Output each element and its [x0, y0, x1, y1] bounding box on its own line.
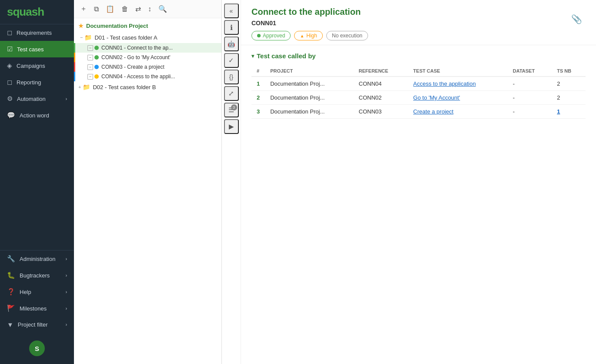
- table-row: 1 Documentation Proj... CONN04 Access to…: [251, 77, 586, 91]
- sidebar-item-reporting[interactable]: ◻ Reporting: [0, 74, 74, 90]
- list-icon-button[interactable]: ☰: [224, 103, 239, 117]
- table-header-row: # PROJECT REFERENCE TEST CASE DATASET TS…: [251, 66, 586, 77]
- tree-toolbar: ＋ ⧉ 📋 🗑 ⇄ ↕ 🔍: [74, 0, 221, 18]
- tree-project[interactable]: ★ Documentation Project: [74, 20, 221, 32]
- folder-d01-label: D01 - Test cases folder A: [94, 34, 157, 41]
- tree-item-conn02-label: CONN02 - Go to 'My Account': [101, 54, 218, 60]
- cell-ts-nb[interactable]: 1: [552, 105, 586, 119]
- page-title: Connect to the application: [251, 7, 571, 17]
- play-icon-button[interactable]: ▶: [224, 119, 239, 134]
- cell-num: 3: [251, 105, 265, 119]
- help-arrow: ›: [66, 290, 67, 294]
- sidebar-item-help[interactable]: ❓ Help ›: [0, 284, 74, 300]
- tree-item-conn01-label: CONN01 - Connect to the ap...: [101, 45, 218, 51]
- tree-folder-d02-add[interactable]: + 📁 D02 - Test cases folder B: [74, 81, 221, 93]
- folder-d02-label: D02 - Test cases folder B: [93, 84, 156, 90]
- tree-item-conn04[interactable]: − CONN04 - Access to the appli...: [74, 72, 221, 81]
- test-case-link: Create a project: [413, 108, 454, 115]
- table-row: 3 Documentation Proj... CONN03 Create a …: [251, 105, 586, 119]
- tree-item-conn01[interactable]: − CONN01 - Connect to the ap...: [74, 43, 221, 53]
- section-collapse-icon[interactable]: ▾: [251, 53, 254, 59]
- verify-icon-button[interactable]: ✓: [224, 53, 239, 68]
- main-content: Connect to the application CONN01 Approv…: [241, 0, 596, 364]
- badge-row: Approved ▲ High No execution: [251, 31, 571, 40]
- sidebar: squash ◻ Requirements ☑ Test cases ◈ Cam…: [0, 0, 74, 364]
- col-project: PROJECT: [265, 66, 353, 77]
- called-by-table: # PROJECT REFERENCE TEST CASE DATASET TS…: [251, 66, 586, 119]
- attach-icon[interactable]: 📎: [571, 14, 582, 24]
- administration-icon: 🔧: [7, 255, 15, 263]
- info-icon-button[interactable]: ℹ: [224, 20, 239, 35]
- sidebar-bottom: 🔧 Administration › 🐛 Bugtrackers › ❓ Hel…: [0, 250, 74, 364]
- priority-badge: ▲ High: [294, 31, 323, 40]
- side-icons-panel: « ℹ 🤖 ✓ {} ⤢ ☰ ▶: [222, 0, 241, 364]
- add-folder-icon: +: [78, 84, 81, 90]
- ts-nb-link: 1: [557, 108, 560, 115]
- execution-badge: No execution: [326, 31, 368, 40]
- sort-button[interactable]: ↕: [146, 4, 153, 14]
- search-button[interactable]: 🔍: [157, 4, 169, 14]
- automation-arrow: ›: [66, 97, 67, 101]
- sidebar-item-bugtrackers[interactable]: 🐛 Bugtrackers ›: [0, 267, 74, 284]
- robot-icon-button[interactable]: 🤖: [224, 37, 239, 51]
- share-icon-button[interactable]: ⤢: [224, 86, 239, 101]
- sidebar-item-requirements[interactable]: ◻ Requirements: [0, 24, 74, 41]
- cell-project: Documentation Proj...: [265, 105, 353, 119]
- cell-num: 1: [251, 77, 265, 91]
- priority-arrow-icon: ▲: [300, 33, 304, 38]
- status-dot-conn04: [94, 74, 99, 79]
- folder-collapse-toggle[interactable]: − 📁 D01 - Test cases folder A: [74, 32, 221, 43]
- cell-test-case[interactable]: Access to the application: [408, 77, 508, 91]
- cell-ts-nb: 2: [552, 91, 586, 105]
- cell-test-case[interactable]: Create a project: [408, 105, 508, 119]
- expand-icon: −: [87, 64, 93, 70]
- delete-button[interactable]: 🗑: [120, 4, 130, 14]
- requirements-icon: ◻: [7, 29, 12, 37]
- cell-test-case[interactable]: Go to 'My Account': [408, 91, 508, 105]
- col-test-case: TEST CASE: [408, 66, 508, 77]
- paste-button[interactable]: 📋: [104, 4, 116, 14]
- col-dataset: DATASET: [508, 66, 552, 77]
- cell-dataset: -: [508, 105, 552, 119]
- sidebar-item-action-word[interactable]: 💬 Action word: [0, 107, 74, 124]
- administration-arrow: ›: [66, 257, 67, 261]
- cell-ts-nb: 2: [552, 77, 586, 91]
- section-title: ▾ Test case called by: [251, 52, 586, 60]
- sidebar-nav: ◻ Requirements ☑ Test cases ◈ Campaigns …: [0, 24, 74, 250]
- status-dot-conn02: [94, 55, 99, 60]
- bugtrackers-icon: 🐛: [7, 271, 15, 279]
- tree-item-conn03[interactable]: − CONN03 - Create a project: [74, 62, 221, 72]
- sidebar-item-administration[interactable]: 🔧 Administration ›: [0, 250, 74, 267]
- transfer-button[interactable]: ⇄: [134, 4, 143, 14]
- tree-body: ★ Documentation Project − 📁 D01 - Test c…: [74, 18, 221, 364]
- milestones-icon: 🚩: [7, 304, 15, 312]
- sidebar-item-project-filter[interactable]: ▼ Project filter ›: [0, 317, 74, 333]
- test-cases-icon: ☑: [7, 45, 13, 53]
- cell-reference: CONN03: [354, 105, 408, 119]
- collapse-tree-button[interactable]: «: [224, 3, 239, 18]
- page-ref: CONN01: [251, 20, 571, 27]
- star-icon: ★: [78, 23, 84, 29]
- sidebar-item-test-cases[interactable]: ☑ Test cases: [0, 41, 74, 57]
- sidebar-item-campaigns[interactable]: ◈ Campaigns: [0, 57, 74, 74]
- approved-dot: [257, 34, 261, 37]
- sidebar-item-automation[interactable]: ⚙ Automation ›: [0, 90, 74, 107]
- col-reference: REFERENCE: [354, 66, 408, 77]
- status-dot-conn03: [94, 65, 99, 69]
- user-avatar[interactable]: S: [29, 341, 45, 356]
- expand-icon: −: [87, 45, 93, 51]
- sidebar-item-milestones[interactable]: 🚩 Milestones ›: [0, 300, 74, 317]
- copy-button[interactable]: ⧉: [92, 4, 100, 14]
- code-icon-button[interactable]: {}: [224, 70, 239, 84]
- project-filter-icon: ▼: [7, 321, 13, 328]
- cell-project: Documentation Proj...: [265, 91, 353, 105]
- status-badge: Approved: [251, 31, 291, 40]
- main-header: Connect to the application CONN01 Approv…: [241, 0, 596, 45]
- help-icon: ❓: [7, 288, 15, 296]
- tree-panel: ＋ ⧉ 📋 🗑 ⇄ ↕ 🔍 ★ Documentation Project − …: [74, 0, 222, 364]
- tree-item-conn03-label: CONN03 - Create a project: [101, 64, 218, 70]
- add-button[interactable]: ＋: [78, 3, 89, 14]
- tree-item-conn02[interactable]: − CONN02 - Go to 'My Account': [74, 53, 221, 62]
- milestones-arrow: ›: [66, 306, 67, 311]
- collapse-icon: −: [80, 35, 83, 40]
